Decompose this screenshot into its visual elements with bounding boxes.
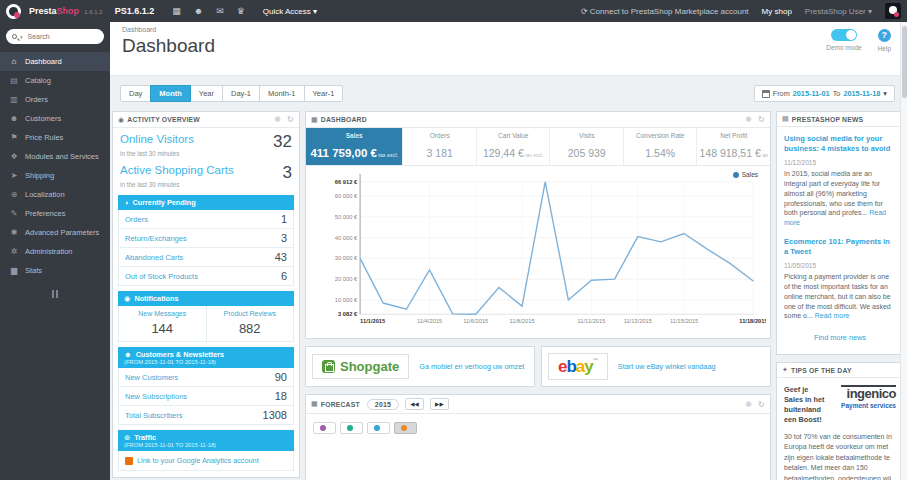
news-article-date: 11/12/2015 <box>784 159 896 166</box>
shopgate-link[interactable]: Ga mobiel en verhoog uw omzet <box>419 362 524 371</box>
row-value: 1 <box>281 213 287 225</box>
range-button-month-1[interactable]: Month-1 <box>259 85 305 102</box>
refresh-icon[interactable]: ↻ <box>758 115 765 124</box>
user-avatar[interactable] <box>885 3 901 19</box>
notification-new-messages[interactable]: New Messages144 <box>119 306 206 341</box>
shopgate-logo: Shopgate <box>312 354 409 379</box>
range-button-month[interactable]: Month <box>150 85 191 102</box>
range-button-day[interactable]: Day <box>120 85 151 102</box>
range-button-year-1[interactable]: Year-1 <box>304 85 344 102</box>
forecast-legend-conversion[interactable] <box>340 422 363 434</box>
messages-icon[interactable]: ✉ <box>216 6 224 16</box>
svg-text:11/18/2015: 11/18/2015 <box>739 318 766 324</box>
connect-marketplace-link[interactable]: ⟳ Connect to PrestaShop Marketplace acco… <box>581 7 749 16</box>
kpi-net-profit[interactable]: Net Profit148 918,51 € tax excl. <box>697 128 770 165</box>
breadcrumb[interactable]: Dashboard <box>122 26 895 33</box>
pending-row-out-of-stock-products[interactable]: Out of Stock Products6 <box>119 266 293 285</box>
kpi-orders[interactable]: Orders3 181 <box>403 128 477 165</box>
scrollbar[interactable] <box>900 22 907 480</box>
activity-panel-header: ◉ ACTIVITY OVERVIEW ❋ ↻ <box>113 112 299 128</box>
search-scope-caret-icon[interactable]: ▾ <box>20 34 23 40</box>
read-more-link[interactable]: Read more <box>784 209 886 226</box>
customers-row-new-customers[interactable]: New Customers90 <box>119 368 293 386</box>
forecast-legend-sales[interactable] <box>394 422 417 434</box>
gear-icon[interactable]: ❋ <box>745 115 752 124</box>
sidebar-item-label: Administration <box>25 247 73 256</box>
news-article-title[interactable]: Using social media for your business: 4 … <box>784 134 896 154</box>
refresh-icon[interactable]: ↻ <box>758 400 765 409</box>
pending-row-orders[interactable]: Orders1 <box>119 210 293 228</box>
sidebar-item-preferences[interactable]: ✎Preferences <box>0 204 110 223</box>
notification-product-reviews[interactable]: Product Reviews882 <box>206 306 294 341</box>
sidebar-search[interactable]: ▾ <box>6 29 104 44</box>
calendar-icon <box>762 90 770 98</box>
cart-icon: ▦ <box>311 116 318 124</box>
customers-row-new-subscriptions[interactable]: New Subscriptions18 <box>119 386 293 405</box>
sidebar-item-shipping[interactable]: ➤Shipping <box>0 166 110 185</box>
sidebar-item-customers[interactable]: ☻Customers <box>0 109 110 128</box>
ad-tiles: Shopgate Ga mobiel en verhoog uw omzet e… <box>305 346 771 387</box>
search-input[interactable] <box>26 32 88 41</box>
sidebar-item-orders[interactable]: ▥Orders <box>0 90 110 109</box>
forecast-prev-button[interactable]: ◀◀ <box>405 398 424 410</box>
kpi-cart-value[interactable]: Cart Value129,44 € tax excl. <box>477 128 551 165</box>
find-more-news-link[interactable]: Find more news <box>777 323 903 354</box>
sidebar-item-modules-and-services[interactable]: ❖Modules and Services <box>0 147 110 166</box>
sidebar-item-localization[interactable]: ⊕Localization <box>0 185 110 204</box>
sidebar-item-advanced-parameters[interactable]: ✱Advanced Parameters <box>0 223 110 242</box>
quick-access-menu[interactable]: Quick Access ▾ <box>263 7 317 16</box>
sidebar-item-price-rules[interactable]: ⚑Price Rules <box>0 128 110 147</box>
help-icon[interactable]: ? <box>878 29 891 42</box>
shopgate-ad[interactable]: Shopgate Ga mobiel en verhoog uw omzet <box>305 346 535 387</box>
row-label: Out of Stock Products <box>125 272 198 281</box>
kpi-sales[interactable]: Sales411 759,00 € tax excl. <box>306 128 403 165</box>
cart-icon[interactable]: ▦ <box>172 6 181 16</box>
row-value: 1308 <box>263 409 287 421</box>
active-carts-link[interactable]: Active Shopping Carts <box>120 164 234 176</box>
scrollbar-thumb[interactable] <box>902 26 907 98</box>
ebay-ad[interactable]: ebay™ Start uw eBay winkel vandaag <box>541 346 771 387</box>
legend-dot-icon <box>320 425 326 431</box>
user-menu[interactable]: PrestaShop User ▾ <box>805 7 872 16</box>
demo-mode-toggle[interactable] <box>831 29 857 41</box>
my-shop-link[interactable]: My shop <box>762 7 792 16</box>
date-range-button[interactable]: From2015-11-01 To2015-11-18 ▾ <box>754 85 895 102</box>
sidebar-item-catalog[interactable]: ▤Catalog <box>0 71 110 90</box>
kpi-conversion-rate[interactable]: Conversion Rate1.54% <box>624 128 698 165</box>
refresh-icon[interactable]: ↻ <box>287 115 294 124</box>
range-button-year[interactable]: Year <box>190 85 223 102</box>
trophy-icon[interactable]: ♛ <box>237 6 245 16</box>
customers-icon[interactable]: ☻ <box>194 6 203 16</box>
range-button-day-1[interactable]: Day-1 <box>222 85 260 102</box>
forecast-legend-traffic[interactable] <box>313 422 336 434</box>
forecast-panel-title: FORECAST <box>321 401 360 408</box>
read-more-link[interactable]: Read more <box>815 312 850 319</box>
svg-text:66 912 €: 66 912 € <box>335 179 358 185</box>
forecast-legend-average-cart-value[interactable] <box>367 422 390 434</box>
svg-text:11/1/2015: 11/1/2015 <box>360 318 386 324</box>
customers-row-total-subscribers[interactable]: Total Subscribers1308 <box>119 405 293 424</box>
kpi-visits[interactable]: Visits205 939 <box>550 128 624 165</box>
ebay-link[interactable]: Start uw eBay winkel vandaag <box>618 362 716 371</box>
pending-row-abandoned-carts[interactable]: Abandoned Carts43 <box>119 247 293 266</box>
chart-legend[interactable]: Sales <box>733 171 758 178</box>
forecast-year[interactable]: 2015 <box>367 399 399 410</box>
google-analytics-link[interactable]: Link to your Google Analytics account <box>118 451 294 471</box>
truck-icon: ➤ <box>9 171 19 180</box>
tips-panel-title: TIPS OF THE DAY <box>791 367 852 374</box>
pending-row-return-exchanges[interactable]: Return/Exchanges3 <box>119 228 293 247</box>
sidebar-item-administration[interactable]: ✲Administration <box>0 242 110 261</box>
sidebar-item-dashboard[interactable]: ⌂Dashboard <box>0 52 110 71</box>
sidebar-item-stats[interactable]: ▆Stats <box>0 261 110 280</box>
news-article-title[interactable]: Ecommerce 101: Payments in a Tweet <box>784 237 896 257</box>
legend-dot-icon <box>374 425 380 431</box>
online-visitors-link[interactable]: Online Visitors <box>120 133 194 145</box>
sidebar-collapse-button[interactable] <box>49 290 61 298</box>
search-icon <box>12 34 17 39</box>
sidebar-item-label: Customers <box>25 114 61 123</box>
gear-icon[interactable]: ❋ <box>745 400 752 409</box>
svg-text:11/4/2015: 11/4/2015 <box>417 318 442 324</box>
gear-icon[interactable]: ❋ <box>274 115 281 124</box>
gear-icon: ✲ <box>9 247 19 256</box>
forecast-next-button[interactable]: ▶▶ <box>430 398 449 410</box>
